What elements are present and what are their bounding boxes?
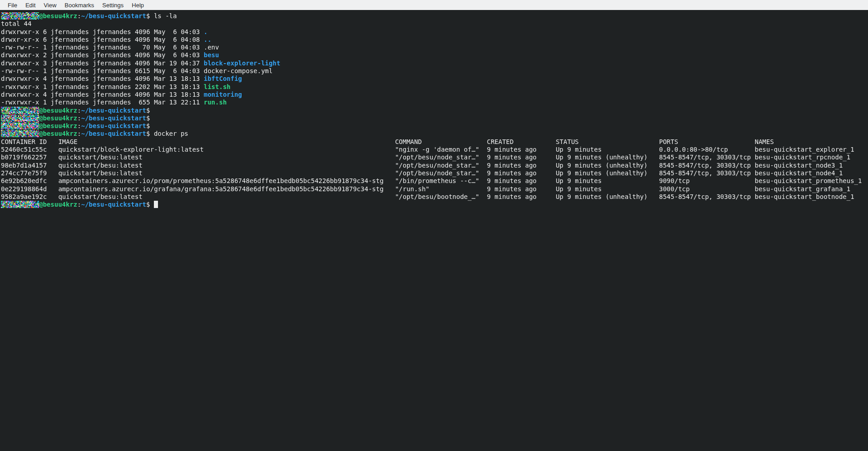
ls-row: -rw-rw-r-- 1 jfernandes jfernandes 70 Ma… (1, 44, 868, 51)
ls-row: drwxrwxr-x 4 jfernandes jfernandes 4096 … (1, 91, 868, 99)
prompt-line: @besuu4krz:~/besu-quickstart$ (1, 107, 868, 114)
prompt-symbol: $ (146, 122, 150, 129)
ls-name: besu (204, 51, 219, 59)
ls-name: .. (204, 36, 212, 43)
prompt-line: @besuu4krz:~/besu-quickstart$ docker ps (1, 130, 868, 138)
prompt-path: ~/besu-quickstart (81, 122, 146, 129)
ls-row: drwxr-xr-x 6 jfernandes jfernandes 4096 … (1, 36, 868, 44)
ls-name: .env (204, 44, 219, 51)
docker-row-text: 274cc77e75f9 quickstart/besu:latest "/op… (1, 169, 862, 177)
docker-table-row: 0e229198864d ampcontainers.azurecr.io/gr… (1, 185, 868, 193)
prompt-path: ~/besu-quickstart (81, 107, 146, 114)
output-text: total 44 (1, 20, 31, 27)
docker-row-text: b0719f662257 quickstart/besu:latest "/op… (1, 154, 862, 161)
ls-name: block-explorer-light (204, 59, 281, 67)
prompt-separator: : (77, 107, 81, 114)
prompt-separator: : (77, 130, 81, 137)
prompt-user-host: @besuu4krz (39, 12, 77, 20)
redacted-username-noise (1, 130, 39, 137)
prompt-separator: : (77, 201, 81, 208)
prompt-path: ~/besu-quickstart (81, 114, 146, 122)
ls-meta: drwxr-xr-x 6 jfernandes jfernandes 4096 … (1, 36, 204, 43)
menu-item-bookmarks[interactable]: Bookmarks (60, 0, 98, 10)
docker-table-header: CONTAINER ID IMAGE COMMAND CREATED STATU… (1, 138, 868, 146)
docker-table-row: 9582a9ae192c quickstart/besu:latest "/op… (1, 193, 868, 201)
ls-name: ibftConfig (204, 75, 242, 82)
prompt-user-host: @besuu4krz (39, 107, 77, 114)
prompt-user-host: @besuu4krz (39, 201, 77, 208)
docker-row-text: 9582a9ae192c quickstart/besu:latest "/op… (1, 193, 862, 200)
prompt-separator: : (77, 114, 81, 122)
ls-meta: -rw-rw-r-- 1 jfernandes jfernandes 6615 … (1, 67, 204, 74)
redacted-username-noise (1, 107, 39, 114)
docker-table-row: 274cc77e75f9 quickstart/besu:latest "/op… (1, 169, 868, 177)
docker-row-text: 98eb7d1a4157 quickstart/besu:latest "/op… (1, 162, 862, 169)
docker-header-text: CONTAINER ID IMAGE COMMAND CREATED STATU… (1, 138, 862, 145)
prompt-line: @besuu4krz:~/besu-quickstart$ (1, 122, 868, 130)
docker-row-text: 0e229198864d ampcontainers.azurecr.io/gr… (1, 185, 862, 193)
ls-meta: -rwxrwxr-x 1 jfernandes jfernandes 2202 … (1, 83, 204, 90)
cursor-block (154, 201, 158, 208)
cursor-gap (150, 201, 153, 208)
ls-name: docker-compose.yml (204, 67, 273, 74)
ls-row: drwxrwxr-x 2 jfernandes jfernandes 4096 … (1, 51, 868, 59)
prompt-symbol: $ (146, 114, 150, 122)
ls-row: -rwxrwxr-x 1 jfernandes jfernandes 2202 … (1, 83, 868, 91)
prompt-path: ~/besu-quickstart (81, 130, 146, 137)
ls-meta: -rw-rw-r-- 1 jfernandes jfernandes 70 Ma… (1, 44, 204, 51)
prompt-user-host: @besuu4krz (39, 114, 77, 122)
output-line: total 44 (1, 20, 868, 28)
prompt-separator: : (77, 122, 81, 129)
prompt-path: ~/besu-quickstart (81, 201, 146, 208)
ls-name: list.sh (204, 83, 231, 90)
redacted-username-noise (1, 114, 39, 122)
menu-item-edit[interactable]: Edit (21, 0, 39, 10)
prompt-user-host: @besuu4krz (39, 122, 77, 129)
command-text: docker ps (150, 130, 188, 137)
ls-row: drwxrwxr-x 4 jfernandes jfernandes 4096 … (1, 75, 868, 83)
ls-meta: drwxrwxr-x 3 jfernandes jfernandes 4096 … (1, 59, 204, 67)
ls-name: monitoring (204, 91, 242, 98)
redacted-username-noise (1, 201, 39, 208)
docker-row-text: 52460c51c55c quickstart/block-explorer-l… (1, 146, 862, 153)
ls-meta: drwxrwxr-x 4 jfernandes jfernandes 4096 … (1, 75, 204, 82)
ls-row: drwxrwxr-x 3 jfernandes jfernandes 4096 … (1, 59, 868, 67)
ls-meta: drwxrwxr-x 2 jfernandes jfernandes 4096 … (1, 51, 204, 59)
prompt-line: @besuu4krz:~/besu-quickstart$ (1, 201, 868, 208)
docker-table-row: 98eb7d1a4157 quickstart/besu:latest "/op… (1, 162, 868, 169)
ls-meta: -rwxrwxr-x 1 jfernandes jfernandes 655 M… (1, 99, 204, 106)
menu-item-help[interactable]: Help (128, 0, 148, 10)
ls-row: -rwxrwxr-x 1 jfernandes jfernandes 655 M… (1, 99, 868, 106)
ls-row: -rw-rw-r-- 1 jfernandes jfernandes 6615 … (1, 67, 868, 75)
command-text: ls -la (150, 12, 177, 20)
docker-row-text: 6e92b620edfc ampcontainers.azurecr.io/pr… (1, 177, 862, 184)
ls-name: . (204, 28, 207, 35)
prompt-path: ~/besu-quickstart (81, 12, 146, 20)
menu-item-file[interactable]: File (4, 0, 21, 10)
prompt-line: @besuu4krz:~/besu-quickstart$ (1, 114, 868, 122)
ls-meta: drwxrwxr-x 6 jfernandes jfernandes 4096 … (1, 28, 204, 35)
prompt-symbol: $ (146, 107, 150, 114)
prompt-user-host: @besuu4krz (39, 130, 77, 137)
docker-table-row: 52460c51c55c quickstart/block-explorer-l… (1, 146, 868, 154)
ls-meta: drwxrwxr-x 4 jfernandes jfernandes 4096 … (1, 91, 204, 98)
prompt-separator: : (77, 12, 81, 20)
ls-row: drwxrwxr-x 6 jfernandes jfernandes 4096 … (1, 28, 868, 36)
ls-name: run.sh (204, 99, 227, 106)
menu-item-settings[interactable]: Settings (98, 0, 128, 10)
prompt-line: @besuu4krz:~/besu-quickstart$ ls -la (1, 12, 868, 20)
redacted-username-noise (1, 12, 39, 20)
redacted-username-noise (1, 122, 39, 129)
menu-bar: File Edit View Bookmarks Settings Help (0, 0, 868, 10)
docker-table-row: 6e92b620edfc ampcontainers.azurecr.io/pr… (1, 177, 868, 185)
docker-table-row: b0719f662257 quickstart/besu:latest "/op… (1, 154, 868, 161)
menu-item-view[interactable]: View (39, 0, 60, 10)
terminal-screen[interactable]: @besuu4krz:~/besu-quickstart$ ls -latota… (0, 10, 868, 451)
